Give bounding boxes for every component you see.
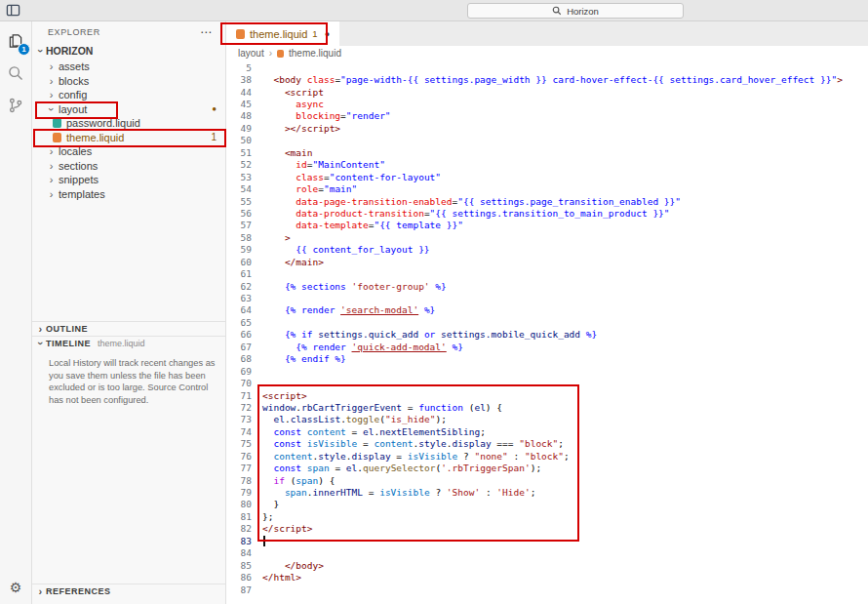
outline-section-header[interactable]: › OUTLINE xyxy=(32,321,225,336)
token: {% render xyxy=(262,342,352,352)
tree-item-password-liquid[interactable]: password.liquid xyxy=(32,116,225,131)
token: class xyxy=(307,74,335,85)
code-line-83[interactable]: 83 xyxy=(226,535,868,546)
application-menu-icon[interactable] xyxy=(6,3,20,18)
code-line-81[interactable]: 81}; xyxy=(226,510,868,522)
code-line-73[interactable]: 73 el.classList.toggle("is_hide"); xyxy=(226,414,868,425)
search-activity-icon[interactable] xyxy=(4,61,27,85)
line-number: 54 xyxy=(226,183,252,194)
code-line-64[interactable]: 64 {% render 'search-modal' %} xyxy=(226,304,868,316)
code-line-60[interactable]: 60 </main> xyxy=(226,256,868,267)
code-line-44[interactable]: 44 <script xyxy=(226,86,868,98)
code-line-48[interactable]: 48 blocking="render" xyxy=(226,110,868,122)
tree-item-layout[interactable]: ›layout● xyxy=(32,102,225,117)
token: style xyxy=(318,451,346,462)
code-line-71[interactable]: 71<script> xyxy=(226,389,868,401)
code-line-84[interactable]: 84 xyxy=(226,547,868,559)
code-line-77[interactable]: 77 const span = el.querySelector('.rbTri… xyxy=(226,462,868,473)
token: "{{ template }}" xyxy=(374,220,463,230)
line-number: 61 xyxy=(226,268,252,279)
code-line-80[interactable]: 80 } xyxy=(226,499,868,510)
tree-item-locales[interactable]: ›locales xyxy=(32,144,225,159)
code-line-82[interactable]: 82</script> xyxy=(226,523,868,535)
code-line-38[interactable]: 38 <body class="page-width-{{ settings.p… xyxy=(226,73,868,85)
code-line-56[interactable]: 56 data-product-transition="{{ settings.… xyxy=(226,207,868,219)
line-number: 55 xyxy=(226,196,252,207)
code-line-68[interactable]: 68 {% endif %} xyxy=(226,353,868,365)
line-number: 45 xyxy=(226,99,252,109)
code-line-49[interactable]: 49 ></script> xyxy=(226,122,868,134)
settings-gear-icon[interactable]: ⚙ xyxy=(4,576,27,599)
code-line-52[interactable]: 52 id="MainContent" xyxy=(226,159,868,171)
code-line-74[interactable]: 74 const content = el.nextElementSibling… xyxy=(226,425,868,437)
breadcrumb-file[interactable]: theme.liquid xyxy=(289,48,341,59)
chevron-down-icon: › xyxy=(35,339,47,349)
chevron-right-icon: › xyxy=(46,160,57,172)
code-line-50[interactable]: 50 xyxy=(226,135,868,146)
code-line-69[interactable]: 69 xyxy=(226,365,868,377)
token: content xyxy=(374,438,413,449)
code-line-65[interactable]: 65 xyxy=(226,316,868,328)
code-line-5[interactable]: 5 xyxy=(226,61,868,73)
line-number: 65 xyxy=(226,317,252,328)
explorer-icon[interactable]: 1 xyxy=(4,29,27,53)
source-control-icon[interactable] xyxy=(4,94,27,117)
code-line-62[interactable]: 62 {% sections 'footer-group' %} xyxy=(226,280,868,292)
code-line-75[interactable]: 75 const isVisible = content.style.displ… xyxy=(226,438,868,450)
tree-item-snippets[interactable]: ›snippets xyxy=(32,173,225,187)
unsaved-dot-icon[interactable]: ● xyxy=(325,29,330,39)
tree-item-templates[interactable]: ›templates xyxy=(32,187,225,202)
line-number: 44 xyxy=(226,87,252,98)
tree-item-config[interactable]: ›config xyxy=(32,88,225,102)
more-actions-icon[interactable]: ⋯ xyxy=(200,25,212,39)
tree-item-blocks[interactable]: ›blocks xyxy=(32,74,225,89)
project-section-header[interactable]: › HORIZON xyxy=(32,42,225,59)
token: id xyxy=(262,159,307,170)
command-center-search[interactable]: Horizon xyxy=(467,3,684,19)
code-line-76[interactable]: 76 content.style.display = isVisible ? "… xyxy=(226,450,868,462)
line-number: 73 xyxy=(226,414,252,424)
code-line-61[interactable]: 61 xyxy=(226,267,868,279)
code-line-53[interactable]: 53 class="content-for-layout" xyxy=(226,171,868,182)
code-line-63[interactable]: 63 xyxy=(226,292,868,303)
timeline-message: Local History will track recent changes … xyxy=(32,350,225,406)
code-line-57[interactable]: 57 data-template="{{ template }}" xyxy=(226,220,868,231)
tree-item-assets[interactable]: ›assets xyxy=(32,60,225,74)
token: display xyxy=(352,451,391,462)
code-line-87[interactable]: 87 xyxy=(226,584,868,595)
code-line-70[interactable]: 70 xyxy=(226,377,868,388)
chevron-right-icon: › xyxy=(46,60,57,72)
code-line-51[interactable]: 51 <main xyxy=(226,146,868,158)
references-section-header[interactable]: › REFERENCES xyxy=(32,584,225,598)
code-line-78[interactable]: 78 if (span) { xyxy=(226,474,868,486)
tab-theme-liquid[interactable]: theme.liquid 1 ● xyxy=(226,21,339,46)
code-line-45[interactable]: 45 async xyxy=(226,98,868,109)
code-line-55[interactable]: 55 data-page-transition-enabled="{{ sett… xyxy=(226,195,868,207)
code-line-85[interactable]: 85 </body> xyxy=(226,559,868,571)
timeline-section-header[interactable]: › TIMELINE theme.liquid xyxy=(32,336,225,350)
chevron-down-icon: › xyxy=(46,103,58,114)
code-line-59[interactable]: 59 {{ content_for_layout }} xyxy=(226,244,868,256)
tree-item-sections[interactable]: ›sections xyxy=(32,159,225,174)
line-content: {% render 'quick-add-modal' %} xyxy=(262,342,463,352)
line-content: </body> xyxy=(262,560,324,571)
token: "is_hide" xyxy=(385,414,435,424)
code-line-66[interactable]: 66 {% if settings.quick_add or settings.… xyxy=(226,329,868,341)
code-line-54[interactable]: 54 role="main" xyxy=(226,182,868,194)
token: ( xyxy=(463,402,474,413)
token: span xyxy=(296,475,318,486)
sidebar-title: EXPLORER ⋯ xyxy=(32,21,225,42)
code-line-72[interactable]: 72window.rbCartTriggerEvent = function (… xyxy=(226,401,868,413)
tree-item-theme-liquid[interactable]: theme.liquid1 xyxy=(32,131,225,145)
token: isVisible xyxy=(379,487,429,498)
code-line-67[interactable]: 67 {% render 'quick-add-modal' %} xyxy=(226,341,868,352)
code-line-79[interactable]: 79 span.innerHTML = isVisible ? 'Show' :… xyxy=(226,486,868,498)
liquid-file-icon xyxy=(277,50,284,58)
code-line-58[interactable]: 58 > xyxy=(226,231,868,243)
code-line-86[interactable]: 86</html> xyxy=(226,571,868,583)
timeline-label: TIMELINE xyxy=(46,339,91,348)
token xyxy=(262,414,273,424)
line-number: 76 xyxy=(226,451,252,462)
breadcrumb-folder[interactable]: layout xyxy=(238,48,264,59)
line-content: <body class="page-width-{{ settings.page… xyxy=(262,74,843,85)
